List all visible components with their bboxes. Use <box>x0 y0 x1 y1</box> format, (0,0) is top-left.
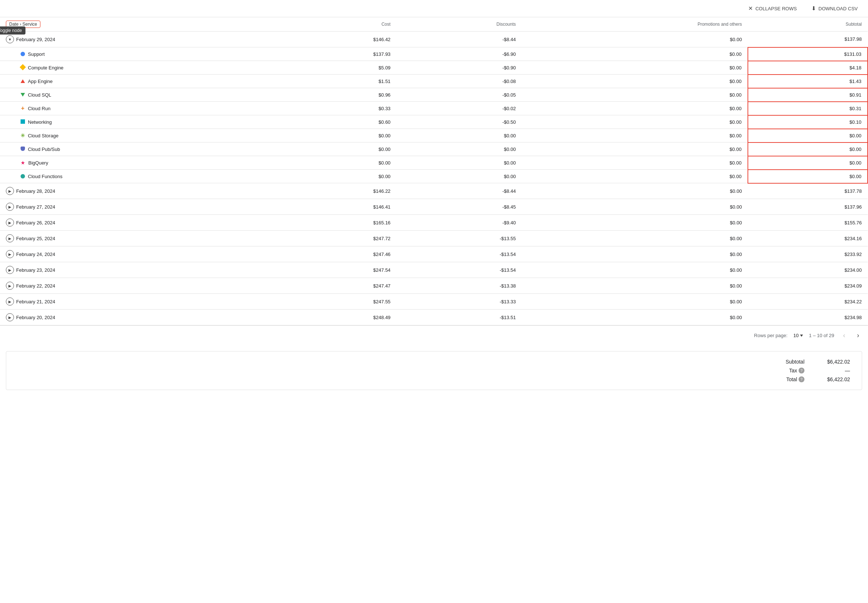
expand-date-button[interactable]: ▶ <box>6 203 14 211</box>
collapse-rows-label: COLLAPSE ROWS <box>755 6 797 11</box>
rows-per-page-chevron <box>800 334 803 337</box>
service-name: Support <box>28 51 45 57</box>
summary-tax-row: Tax ? — <box>775 368 850 374</box>
table-row: ▶February 23, 2024$247.54-$13.54$0.00$23… <box>0 262 868 278</box>
tax-label: Tax ? <box>775 368 805 374</box>
svc-discounts: -$0.02 <box>396 102 521 115</box>
expand-date-button[interactable]: ▶ <box>6 234 14 243</box>
svc-subtotal: $0.00 <box>748 156 868 170</box>
tax-value: — <box>813 368 850 374</box>
svc-subtotal: $0.91 <box>748 88 868 102</box>
svc-cost: $0.00 <box>280 170 396 183</box>
expand-date-button[interactable]: ▶ <box>6 218 14 227</box>
row-discounts: -$13.54 <box>396 246 521 262</box>
svc-cost: $0.96 <box>280 88 396 102</box>
svc-discounts: -$0.90 <box>396 61 521 74</box>
total-tooltip-icon[interactable]: ? <box>798 376 805 382</box>
date-label: February 22, 2024 <box>16 283 55 289</box>
top-toolbar: ✕ COLLAPSE ROWS ⬇ DOWNLOAD CSV <box>0 0 868 17</box>
expand-date-button[interactable]: ▶ <box>6 250 14 258</box>
row-promotions: $0.00 <box>521 262 747 278</box>
svc-cost: $1.51 <box>280 74 396 88</box>
service-icon <box>20 79 25 84</box>
row-cost: $247.47 <box>280 278 396 294</box>
service-icon <box>20 52 25 56</box>
row-discounts: -$8.45 <box>396 199 521 215</box>
table-row: Networking$0.60-$0.50$0.00$0.10 <box>0 115 868 129</box>
svc-cost: $0.60 <box>280 115 396 129</box>
expand-date-button[interactable]: ▶ <box>6 266 14 274</box>
table-row: ▶February 27, 2024$146.41-$8.45$0.00$137… <box>0 199 868 215</box>
col-date-service: Date › Service <box>0 17 280 32</box>
row-promotions: $0.00 <box>521 215 747 230</box>
expand-date-button[interactable]: ▶ <box>6 187 14 195</box>
service-icon: + <box>20 106 25 111</box>
row-cost: $146.22 <box>280 183 396 199</box>
svc-promotions: $0.00 <box>521 129 747 142</box>
service-name: Cloud Pub/Sub <box>28 147 60 152</box>
svc-discounts: $0.00 <box>396 170 521 183</box>
svc-subtotal: $131.03 <box>748 47 868 61</box>
date-label: February 27, 2024 <box>16 204 55 210</box>
row-cost: $247.46 <box>280 246 396 262</box>
total-label: Total ? <box>775 376 805 382</box>
date-label: February 26, 2024 <box>16 220 55 226</box>
svc-discounts: $0.00 <box>396 156 521 170</box>
col-discounts: Discounts <box>396 17 521 32</box>
col-cost: Cost <box>280 17 396 32</box>
row-discounts: -$13.54 <box>396 262 521 278</box>
service-name: BigQuery <box>28 160 48 165</box>
expand-date-button[interactable]: ▶ <box>6 297 14 306</box>
collapse-rows-button[interactable]: ✕ COLLAPSE ROWS <box>745 4 800 13</box>
data-table: Date › Service Cost Discounts Promotions… <box>0 17 868 325</box>
table-row: ▶February 24, 2024$247.46-$13.54$0.00$23… <box>0 246 868 262</box>
svc-discounts: -$0.50 <box>396 115 521 129</box>
date-label: February 24, 2024 <box>16 252 55 257</box>
svc-discounts: -$6.90 <box>396 47 521 61</box>
download-csv-button[interactable]: ⬇ DOWNLOAD CSV <box>809 4 861 13</box>
row-discounts: -$13.33 <box>396 294 521 309</box>
row-promotions: $0.00 <box>521 294 747 309</box>
svc-subtotal: $0.00 <box>748 170 868 183</box>
expanded-date-row: ▼Toggle nodeFebruary 29, 2024$146.42-$8.… <box>0 32 868 47</box>
row-discounts: -$8.44 <box>396 183 521 199</box>
expand-feb29-button[interactable]: ▼ <box>6 35 14 43</box>
expand-date-button[interactable]: ▶ <box>6 313 14 321</box>
tax-tooltip-icon[interactable]: ? <box>798 368 805 374</box>
svc-cost: $0.33 <box>280 102 396 115</box>
svc-promotions: $0.00 <box>521 61 747 74</box>
row-subtotal: $234.16 <box>748 230 868 246</box>
row-subtotal: $234.22 <box>748 294 868 309</box>
table-row: ✳Cloud Storage$0.00$0.00$0.00$0.00 <box>0 129 868 142</box>
row-discounts: -$13.55 <box>396 230 521 246</box>
row-promotions: $0.00 <box>521 246 747 262</box>
next-page-button[interactable]: › <box>854 330 862 341</box>
row-promotions: $0.00 <box>521 183 747 199</box>
service-icon: ✳ <box>20 133 25 138</box>
svc-promotions: $0.00 <box>521 74 747 88</box>
service-name: Cloud SQL <box>28 92 51 98</box>
prev-page-button[interactable]: ‹ <box>840 330 848 341</box>
svc-cost: $0.00 <box>280 142 396 156</box>
summary-subtotal-row: Subtotal $6,422.02 <box>775 359 850 365</box>
svc-promotions: $0.00 <box>521 47 747 61</box>
row-discounts: -$13.51 <box>396 309 521 325</box>
service-name: Compute Engine <box>28 65 63 71</box>
row-subtotal: $234.09 <box>748 278 868 294</box>
svc-cost: $0.00 <box>280 156 396 170</box>
toggle-node-tooltip: Toggle node <box>0 26 26 34</box>
row-subtotal: $234.00 <box>748 262 868 278</box>
svc-subtotal: $0.10 <box>748 115 868 129</box>
svc-cost: $0.00 <box>280 129 396 142</box>
row-cost: $248.49 <box>280 309 396 325</box>
date-label: February 23, 2024 <box>16 267 55 273</box>
date-label: February 25, 2024 <box>16 236 55 241</box>
row-discounts: -$13.38 <box>396 278 521 294</box>
date-label: February 28, 2024 <box>16 189 55 194</box>
rows-per-page-select[interactable]: 10 <box>794 333 803 338</box>
page-info: 1 – 10 of 29 <box>809 333 834 338</box>
table-wrapper: Date › Service Cost Discounts Promotions… <box>0 17 868 325</box>
table-row: App Engine$1.51-$0.08$0.00$1.43 <box>0 74 868 88</box>
expand-date-button[interactable]: ▶ <box>6 282 14 290</box>
svc-promotions: $0.00 <box>521 142 747 156</box>
